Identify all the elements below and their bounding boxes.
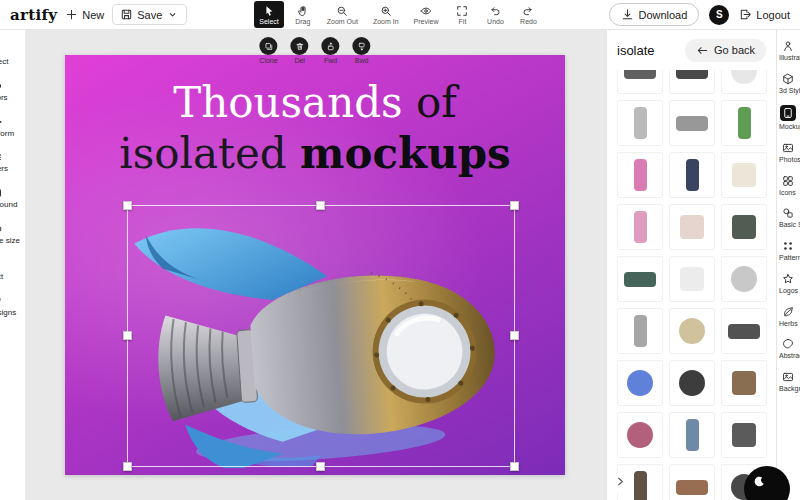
library-panel-header: Go back xyxy=(607,30,776,70)
rocket-image[interactable] xyxy=(123,203,513,468)
category-illustrations[interactable]: Illustrations xyxy=(777,40,800,62)
sidebar-item-label: Transform xyxy=(0,130,14,139)
high-heel-thumbnail xyxy=(634,159,647,191)
library-item-commit-sign[interactable] xyxy=(721,152,767,198)
library-item-vintage-camera[interactable] xyxy=(721,204,767,250)
library-item-book[interactable] xyxy=(669,152,715,198)
library-item-headphones-black[interactable] xyxy=(669,360,715,406)
tool-undo[interactable]: Undo xyxy=(481,1,509,28)
gas-mask-thumbnail xyxy=(686,419,699,451)
tool-zoom-out[interactable]: Zoom Out xyxy=(322,1,363,28)
library-item-balloon[interactable] xyxy=(617,412,663,458)
ruler-icon xyxy=(0,223,2,235)
library-item-microphone[interactable] xyxy=(617,100,663,146)
object-tool-label: Bwd xyxy=(355,57,369,64)
category-backgrounds[interactable]: Backgrounds xyxy=(777,371,800,393)
trash-icon xyxy=(291,37,309,55)
sidebar-item-my-designs[interactable]: My designs xyxy=(0,295,26,318)
tool-label: Preview xyxy=(414,18,439,25)
category-basic-shapes[interactable]: Basic Shapes xyxy=(777,207,800,229)
avatar[interactable]: S xyxy=(709,5,729,25)
heading-line-1: Thousands of xyxy=(65,77,565,128)
library-item-cactus[interactable] xyxy=(721,100,767,146)
canvas-heading[interactable]: Thousands of isolated mockups xyxy=(65,77,565,179)
save-icon xyxy=(120,8,133,21)
image-icon xyxy=(0,187,2,199)
pocket-watch-thumbnail xyxy=(731,266,757,292)
heading-of: of xyxy=(403,78,457,127)
library-item-mortar[interactable] xyxy=(721,308,767,354)
logout-button[interactable]: Logout xyxy=(739,8,790,21)
category-mockups[interactable]: Mockups xyxy=(777,105,800,131)
category-herbs[interactable]: Herbs xyxy=(777,306,800,328)
category-icons[interactable]: Icons xyxy=(777,175,800,197)
library-item-headphones-blue[interactable] xyxy=(617,360,663,406)
library-item-pocket-watch[interactable] xyxy=(721,256,767,302)
tool-zoom-in[interactable]: Zoom In xyxy=(368,1,404,28)
tool-select[interactable]: Select xyxy=(254,1,283,28)
new-button[interactable]: New xyxy=(65,8,104,21)
library-item-rover[interactable] xyxy=(721,412,767,458)
category-logos[interactable]: Logos xyxy=(777,273,800,295)
mortar-thumbnail xyxy=(728,324,760,339)
tool-preview[interactable]: Preview xyxy=(409,1,444,28)
library-item-photo-camera[interactable] xyxy=(669,100,715,146)
sidebar-item-transform[interactable]: Transform xyxy=(0,116,26,139)
category-abstract[interactable]: Abstract xyxy=(777,338,800,360)
library-item-fabric[interactable] xyxy=(669,256,715,302)
tool-label: Select xyxy=(259,18,278,25)
image-icon xyxy=(782,371,794,383)
selection-handle[interactable] xyxy=(316,462,325,471)
selection-handle[interactable] xyxy=(123,331,132,340)
selection-handle[interactable] xyxy=(123,462,132,471)
tool-drag[interactable]: Drag xyxy=(289,1,317,28)
main-area: ProjectColorsTransformLayersBackgroundPr… xyxy=(0,30,800,500)
selection-handle[interactable] xyxy=(510,462,519,471)
category-patterns[interactable]: Patterns xyxy=(777,240,800,262)
sidebar-item-project[interactable]: Project xyxy=(0,44,26,67)
collapse-panel-button[interactable] xyxy=(612,473,629,493)
sidebar-item-colors[interactable]: Colors xyxy=(0,80,26,103)
selection-handle[interactable] xyxy=(123,201,132,210)
tool-fit[interactable]: Fit xyxy=(448,1,476,28)
category-photos[interactable]: Photos xyxy=(777,142,800,164)
sidebar-item-layers[interactable]: Layers xyxy=(0,151,26,174)
library-panel: Go back xyxy=(606,30,776,500)
download-button[interactable]: Download xyxy=(609,3,699,26)
save-button[interactable]: Save xyxy=(112,4,187,25)
library-item-iron[interactable] xyxy=(617,308,663,354)
arrow-left-icon xyxy=(696,44,709,57)
category-3d-styles[interactable]: 3d Styles xyxy=(777,73,800,95)
object-tool-delete[interactable]: Del xyxy=(291,37,309,64)
cursor-icon xyxy=(263,5,275,17)
category-label: Basic Shapes xyxy=(779,221,800,229)
library-item-armchair[interactable] xyxy=(669,204,715,250)
category-rail: Illustrations3d StylesMockupsPhotosIcons… xyxy=(776,30,800,500)
library-item-radio[interactable] xyxy=(721,360,767,406)
sidebar-item-text[interactable]: Text xyxy=(0,259,26,282)
object-tool-forward[interactable]: Fwd xyxy=(322,37,340,64)
sidebar-item-background[interactable]: Background xyxy=(0,187,26,210)
library-item-gas-mask[interactable] xyxy=(669,412,715,458)
object-tool-backward[interactable]: Bwd xyxy=(353,37,371,64)
artboard[interactable]: Thousands of isolated mockups xyxy=(65,55,565,475)
object-tool-clone[interactable]: Clone xyxy=(259,37,277,64)
tool-redo[interactable]: Redo xyxy=(514,1,542,28)
tool-label: Drag xyxy=(295,18,310,25)
logout-icon xyxy=(739,8,752,21)
search-input[interactable] xyxy=(617,43,683,58)
selection-handle[interactable] xyxy=(316,201,325,210)
category-label: Photos xyxy=(779,156,800,164)
go-back-button[interactable]: Go back xyxy=(685,39,766,62)
fabric-thumbnail xyxy=(680,267,704,291)
library-item-sofa[interactable] xyxy=(617,256,663,302)
tool-label: Redo xyxy=(520,18,537,25)
library-item-clothes-iron[interactable] xyxy=(617,204,663,250)
library-item-wall-clock[interactable] xyxy=(669,308,715,354)
selection-handle[interactable] xyxy=(510,201,519,210)
library-item-dresser[interactable] xyxy=(669,464,715,500)
library-item-high-heel[interactable] xyxy=(617,152,663,198)
library-grid xyxy=(617,48,767,500)
selection-handle[interactable] xyxy=(510,331,519,340)
sidebar-item-printable-size[interactable]: Printable size xyxy=(0,223,26,246)
